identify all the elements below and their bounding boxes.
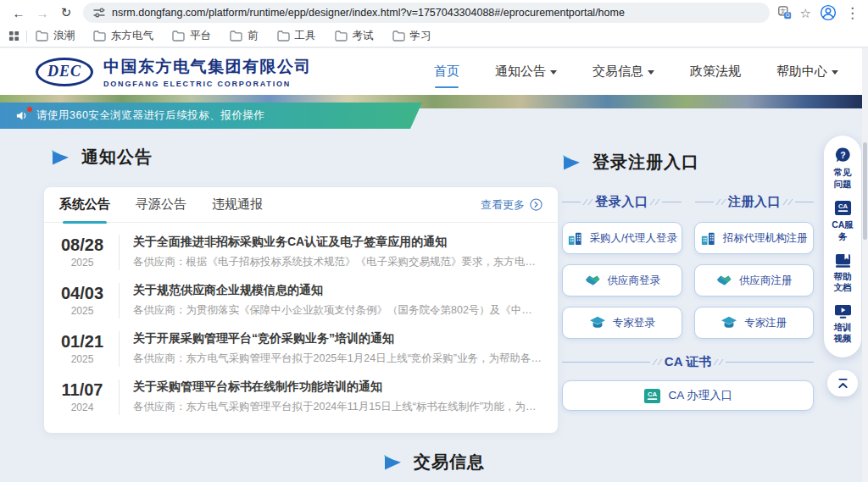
buyer-agent-login-button[interactable]: 采购人/代理人登录 bbox=[562, 222, 682, 254]
bookmark-folder[interactable]: 前 bbox=[230, 29, 259, 43]
bookmark-folder[interactable]: 考试 bbox=[335, 29, 374, 43]
floating-side-menu: ? 常见问题 CA CA服务 帮助文档 培训视频 bbox=[824, 136, 861, 357]
notice-section: 通知公告 系统公告 寻源公告 违规通报 查看更多 08/ bbox=[44, 146, 558, 433]
supplier-login-button[interactable]: 供应商登录 bbox=[562, 264, 682, 296]
browser-back-button[interactable]: ← bbox=[7, 2, 31, 24]
float-item-label: CA服务 bbox=[831, 219, 854, 242]
login-entry-title: 登录入口 bbox=[595, 194, 648, 210]
section-title: 通知公告 bbox=[81, 146, 153, 169]
dec-logo-icon: DEC bbox=[36, 58, 93, 86]
profile-avatar[interactable] bbox=[820, 4, 837, 21]
bookmark-label: 前 bbox=[248, 29, 259, 43]
register-entry-title: 注册入口 bbox=[728, 194, 781, 210]
faq-button[interactable]: ? 常见问题 bbox=[831, 147, 854, 190]
list-item[interactable]: 01/21 2025 关于开展采购管理平台“竞价采购业务”培训的通知 各供应商：… bbox=[54, 324, 542, 373]
building-icon bbox=[567, 230, 583, 247]
graduation-cap-icon bbox=[721, 315, 737, 330]
bookmark-folder[interactable]: 浪潮 bbox=[36, 29, 75, 43]
list-item[interactable]: 11/07 2024 关于采购管理平台标书在线制作功能培训的通知 各供应商：东方… bbox=[54, 373, 542, 421]
tab-sourcing-notices[interactable]: 寻源公告 bbox=[136, 187, 186, 223]
url-text: nsrm.dongfang.com/platform/runtime/epp/d… bbox=[112, 7, 625, 19]
nav-home[interactable]: 首页 bbox=[433, 58, 460, 85]
button-label: 招标代理机构注册 bbox=[723, 231, 808, 246]
bookmark-label: 工具 bbox=[295, 29, 316, 43]
ca-apply-button[interactable]: CA CA 办理入口 bbox=[562, 380, 814, 411]
list-item[interactable]: 04/03 2025 关于规范供应商企业规模信息的通知 各供应商：为贯彻落实《保… bbox=[54, 276, 542, 324]
scrollbar-track[interactable] bbox=[862, 48, 868, 482]
ca-service-button[interactable]: CA CA服务 bbox=[831, 199, 854, 242]
notice-title: 关于规范供应商企业规模信息的通知 bbox=[133, 283, 542, 298]
folder-icon bbox=[277, 30, 290, 42]
folder-icon bbox=[36, 30, 48, 42]
divider bbox=[26, 30, 27, 42]
bidding-agency-register-button[interactable]: 招标代理机构注册 bbox=[694, 222, 815, 254]
button-label: 供应商注册 bbox=[739, 274, 793, 288]
browser-forward-button[interactable]: → bbox=[31, 2, 54, 24]
handshake-icon bbox=[584, 273, 601, 288]
year-value: 2025 bbox=[54, 353, 110, 365]
notice-description: 各供应商：东方电气采购管理平台拟于2025年1月24日上线“竞价采购”业务，为帮… bbox=[133, 352, 542, 366]
expert-login-button[interactable]: 专家登录 bbox=[562, 307, 682, 339]
bookmark-folder[interactable]: 工具 bbox=[277, 29, 316, 43]
login-register-section: 登录注册入口 登录入口 注册入口 采购人/代理人登录 bbox=[562, 151, 814, 411]
back-to-top-button[interactable] bbox=[827, 370, 858, 396]
book-icon bbox=[834, 252, 852, 269]
button-label: CA 办理入口 bbox=[669, 388, 733, 403]
svg-text:CA: CA bbox=[837, 202, 848, 210]
folder-icon bbox=[392, 30, 405, 42]
list-item[interactable]: 08/28 2025 关于全面推进非招标采购业务CA认证及电子签章应用的通知 各… bbox=[54, 228, 542, 276]
section-arrow-icon bbox=[51, 149, 70, 166]
folder-icon bbox=[172, 30, 185, 42]
view-more-link[interactable]: 查看更多 bbox=[481, 197, 542, 213]
browser-reload-button[interactable]: ↻ bbox=[54, 2, 78, 24]
button-label: 专家登录 bbox=[613, 316, 655, 330]
help-docs-button[interactable]: 帮助文档 bbox=[831, 252, 854, 294]
divider bbox=[119, 235, 120, 270]
nav-label: 帮助中心 bbox=[776, 64, 827, 80]
notice-title: 关于全面推进非招标采购业务CA认证及电子签章应用的通知 bbox=[133, 235, 542, 250]
site-settings-icon[interactable] bbox=[93, 7, 105, 19]
video-player-icon bbox=[834, 303, 852, 319]
date-value: 01/21 bbox=[54, 332, 110, 352]
bookmark-folder[interactable]: 东方电气 bbox=[93, 29, 153, 43]
nav-policies[interactable]: 政策法规 bbox=[689, 58, 742, 85]
bookmarks-bar: 浪潮 东方电气 平台 bbox=[0, 25, 868, 47]
expert-register-button[interactable]: 专家注册 bbox=[694, 307, 815, 339]
bookmark-folder[interactable]: 学习 bbox=[392, 29, 431, 43]
scrollbar-thumb[interactable] bbox=[863, 142, 867, 240]
supplier-register-button[interactable]: 供应商注册 bbox=[694, 264, 815, 296]
company-logo[interactable]: DEC 中国东方电气集团有限公司 DONGFANG ELECTRIC CORPO… bbox=[36, 56, 312, 88]
year-value: 2025 bbox=[54, 305, 110, 317]
svg-text:CA: CA bbox=[648, 390, 658, 397]
tab-system-notices[interactable]: 系统公告 bbox=[59, 187, 110, 223]
nav-notices[interactable]: 通知公告 bbox=[494, 58, 558, 85]
divider bbox=[119, 283, 120, 319]
bookmark-folder[interactable]: 平台 bbox=[172, 29, 211, 43]
translate-icon[interactable]: 文G bbox=[778, 6, 792, 19]
year-value: 2025 bbox=[54, 257, 110, 269]
chevron-down-icon bbox=[550, 70, 557, 75]
company-name-en: DONGFANG ELECTRIC CORPORATION bbox=[103, 80, 312, 88]
chevron-down-icon bbox=[832, 70, 838, 75]
float-item-label: 培训视频 bbox=[831, 322, 854, 345]
bookmark-star-icon[interactable]: ☆ bbox=[800, 7, 811, 19]
notice-date: 11/07 2024 bbox=[54, 380, 110, 413]
nav-label: 首页 bbox=[434, 64, 459, 80]
notice-tabs: 系统公告 寻源公告 违规通报 查看更多 bbox=[44, 187, 558, 223]
company-name-cn: 中国东方电气集团有限公司 bbox=[103, 56, 312, 78]
address-bar[interactable]: nsrm.dongfang.com/platform/runtime/epp/d… bbox=[83, 3, 770, 23]
browser-menu-icon[interactable]: ⋮ bbox=[845, 6, 860, 20]
training-videos-button[interactable]: 培训视频 bbox=[831, 303, 854, 345]
tab-violation-reports[interactable]: 违规通报 bbox=[212, 187, 263, 223]
apps-grid-icon[interactable] bbox=[8, 30, 19, 42]
date-value: 08/28 bbox=[54, 235, 110, 255]
section-title: 交易信息 bbox=[414, 451, 485, 474]
nav-help-center[interactable]: 帮助中心 bbox=[776, 58, 839, 85]
graduation-cap-icon bbox=[589, 315, 606, 330]
divider bbox=[119, 331, 120, 367]
question-bubble-icon: ? bbox=[834, 147, 852, 164]
notice-list: 08/28 2025 关于全面推进非招标采购业务CA认证及电子签章应用的通知 各… bbox=[44, 223, 558, 421]
chevron-down-icon bbox=[648, 70, 654, 75]
ca-certificate-label: CA 证书 bbox=[562, 354, 814, 370]
nav-trade-info[interactable]: 交易信息 bbox=[592, 58, 655, 85]
